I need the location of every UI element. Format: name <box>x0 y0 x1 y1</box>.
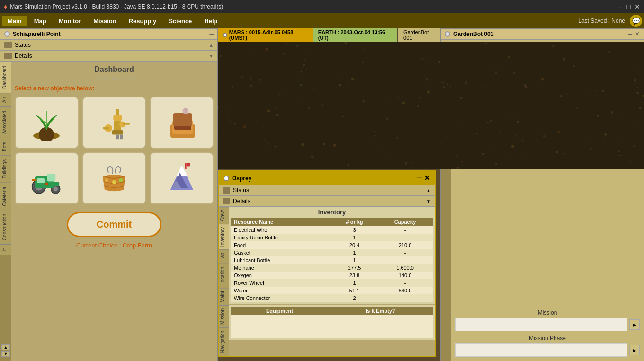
objective-grid <box>15 97 214 204</box>
eq-empty <box>328 315 433 323</box>
osprey-details-section[interactable]: Details ▼ <box>219 196 435 207</box>
close-btn[interactable]: ✕ <box>635 3 640 10</box>
resource-amount: 277.5 <box>331 264 377 272</box>
menu-map[interactable]: Map <box>28 16 52 26</box>
osprey-minimize[interactable]: ─ <box>417 174 422 183</box>
mission-label: Mission <box>455 309 640 316</box>
left-tab-scroll-up[interactable]: ▲ ▼ <box>1 344 10 357</box>
osprey-status-arrow[interactable]: ▲ <box>426 188 431 193</box>
resource-capacity: - <box>377 234 433 241</box>
resource-name: Gasket <box>231 249 331 256</box>
eq-name <box>231 330 328 338</box>
resource-amount: 1 <box>331 249 377 256</box>
osprey-panel: Osprey ─ ✕ Status ▲ Details ▼ Crew Inven… <box>218 170 436 357</box>
osprey-tab-crew[interactable]: Crew <box>219 207 229 224</box>
details-arrow[interactable]: ▼ <box>209 53 214 59</box>
right-panel-titlebar: GardenBot 001 ─ ✕ <box>441 29 644 40</box>
osprey-close[interactable]: ✕ <box>424 174 430 183</box>
inventory-row: Gasket 1 - <box>231 249 433 256</box>
equipment-body <box>231 315 433 338</box>
osprey-tab-inventory[interactable]: Inventory <box>219 224 229 249</box>
details-icon <box>4 53 12 59</box>
menu-science[interactable]: Science <box>163 16 197 26</box>
left-status-section[interactable]: Status ▲ <box>0 40 217 51</box>
minimize-btn[interactable]: ─ <box>618 3 623 10</box>
left-panel-minimize[interactable]: ─ <box>209 31 214 37</box>
mission-phase-btn[interactable]: ▶ <box>629 345 640 355</box>
osprey-body: Crew Inventory Lab Location Maint Missio… <box>219 207 435 356</box>
equipment-row <box>231 323 433 330</box>
mars-time-bar: MARS : 0015-Adir-05 0458 (UMST) <box>218 28 313 42</box>
maximize-btn[interactable]: □ <box>627 3 631 10</box>
osprey-tab-navigation[interactable]: Navigation <box>219 327 229 356</box>
svg-rect-7 <box>123 123 130 125</box>
tab-bots[interactable]: Bots <box>0 138 11 155</box>
obj-adventure[interactable] <box>150 152 214 204</box>
app-icon: ♦ <box>4 3 7 10</box>
menu-main[interactable]: Main <box>2 16 27 26</box>
resource-amount: 23.8 <box>331 272 377 279</box>
right-panel-close[interactable]: ✕ <box>635 31 640 37</box>
manufacturing-icon <box>95 104 133 141</box>
left-panel-titlebar: Schiaparelli Point ─ <box>0 29 217 40</box>
right-panel-controls: ─ ✕ <box>628 31 640 37</box>
window-controls: ─ □ ✕ <box>618 3 640 10</box>
menu-help[interactable]: Help <box>198 16 223 26</box>
osprey-details-arrow[interactable]: ▼ <box>426 199 431 204</box>
chat-icon: 💬 <box>632 17 640 25</box>
time-bars: MARS : 0015-Adir-05 0458 (UMST) EARTH : … <box>218 28 440 42</box>
resource-name: Oxygen <box>231 272 331 279</box>
osprey-controls: ─ ✕ <box>417 174 430 183</box>
svg-rect-37 <box>186 163 190 166</box>
osprey-tab-location[interactable]: Location <box>219 264 229 288</box>
right-panel-minimize[interactable]: ─ <box>628 31 632 37</box>
osprey-tab-maint[interactable]: Maint <box>219 288 229 305</box>
svg-rect-25 <box>37 178 45 183</box>
resource-name: Wire Connector <box>231 294 331 302</box>
earth-time-bar: EARTH : 2043-Oct-04 13:56 (UT) <box>313 28 397 42</box>
commit-button[interactable]: Commit <box>67 212 161 237</box>
obj-trade[interactable] <box>82 152 146 204</box>
obj-education[interactable] <box>150 97 214 149</box>
inventory-row: Water 51.1 560.0 <box>231 287 433 294</box>
equipment-table: Equipment Is It Empty? <box>231 307 433 338</box>
col-capacity: Capacity <box>377 218 433 226</box>
resource-amount: 1 <box>331 234 377 241</box>
tab-construction[interactable]: Construction <box>0 210 11 244</box>
menu-monitor[interactable]: Monitor <box>53 16 87 26</box>
osprey-status-section[interactable]: Status ▲ <box>219 185 435 196</box>
tab-it[interactable]: it <box>0 244 11 255</box>
tab-dashboard[interactable]: Dashboard <box>0 62 11 93</box>
osprey-tab-mission[interactable]: Mission <box>219 305 229 327</box>
gardenbot-time-bar: GardenBot 001 <box>398 28 440 42</box>
tab-associated[interactable]: Associated <box>0 106 11 138</box>
osprey-inventory-content: Inventory Resource Name # or kg Capacity… <box>229 207 435 356</box>
left-details-section[interactable]: Details ▼ <box>0 51 217 62</box>
tab-buildings[interactable]: Buildings <box>0 155 11 183</box>
mission-btn[interactable]: ▶ <box>629 319 640 330</box>
obj-manufacturing[interactable] <box>82 97 146 149</box>
status-arrow[interactable]: ▲ <box>209 43 214 48</box>
left-vertical-tabs: Dashboard Air Associated Bots Buildings … <box>0 62 11 361</box>
resource-capacity: - <box>377 294 433 302</box>
left-panel: Schiaparelli Point ─ Status ▲ Details ▼ … <box>0 28 218 361</box>
osprey-vertical-tabs: Crew Inventory Lab Location Maint Missio… <box>219 207 229 356</box>
obj-transportation[interactable] <box>15 152 79 204</box>
mission-phase-input[interactable] <box>455 343 627 357</box>
tab-air[interactable]: Air <box>0 93 11 106</box>
tab-cafeteria[interactable]: Cafeteria <box>0 183 11 210</box>
right-panel-title: GardenBot 001 <box>453 31 493 37</box>
obj-crop-farm[interactable] <box>15 97 79 149</box>
select-objective-label: Select a new objective below: <box>15 85 214 92</box>
equipment-header: Equipment Is It Empty? <box>231 307 433 315</box>
menu-resupply[interactable]: Resupply <box>123 16 162 26</box>
map-background <box>218 42 644 169</box>
equipment-row <box>231 315 433 323</box>
osprey-tab-lab[interactable]: Lab <box>219 249 229 264</box>
inventory-table-body: Electrical Wire 3 - Epoxy Resin Bottle 1… <box>231 226 433 302</box>
dashboard-area: Dashboard DASHBOARD Select a new objecti… <box>11 62 217 361</box>
mission-input[interactable] <box>455 318 627 331</box>
resource-amount: 1 <box>331 279 377 287</box>
menu-mission[interactable]: Mission <box>88 16 122 26</box>
chat-button[interactable]: 💬 <box>630 15 642 27</box>
